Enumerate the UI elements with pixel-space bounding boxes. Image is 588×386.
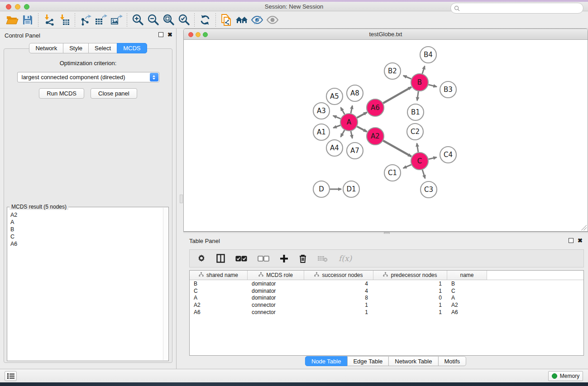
column-header-name[interactable]: name	[447, 271, 487, 280]
list-item[interactable]: A2	[10, 211, 168, 219]
tab-select[interactable]: Select	[88, 43, 117, 53]
node-C4[interactable]: C4	[440, 147, 456, 163]
edge-C-C1[interactable]	[403, 165, 411, 168]
edge-B-B3[interactable]	[428, 85, 436, 87]
node-C[interactable]: C	[411, 152, 428, 170]
list-item[interactable]: A	[10, 219, 168, 226]
memory-button[interactable]: Memory	[548, 371, 583, 381]
column-header-predecessor-nodes[interactable]: predecessor nodes	[373, 271, 447, 280]
resize-grip-icon[interactable]	[581, 225, 587, 230]
zoom-out-icon[interactable]	[145, 13, 161, 27]
node-A4[interactable]: A4	[326, 140, 343, 156]
task-history-button[interactable]	[5, 371, 17, 381]
node-D1[interactable]: D1	[343, 181, 359, 197]
tab-mcds[interactable]: MCDS	[117, 43, 147, 53]
criterion-dropdown[interactable]: largest connected component (directed)	[17, 72, 159, 82]
edge-B-B2[interactable]	[403, 76, 411, 79]
table-row[interactable]: A6connector11A6	[190, 309, 583, 316]
select-all-checkboxes-icon[interactable]	[235, 256, 247, 262]
network-window-titlebar[interactable]: testGlobe.txt	[184, 29, 588, 40]
export-table-icon[interactable]	[93, 13, 109, 27]
export-image-icon[interactable]	[109, 13, 124, 27]
show-all-networks-icon[interactable]	[234, 13, 249, 27]
node-B2[interactable]: B2	[384, 63, 401, 79]
edge-C-C2[interactable]	[417, 143, 418, 152]
edge-A-A5[interactable]	[341, 107, 345, 114]
export-network-icon[interactable]	[78, 13, 93, 27]
search-input[interactable]	[462, 5, 575, 11]
show-column-icon[interactable]	[216, 254, 225, 263]
tab-node-table[interactable]: Node Table	[305, 356, 348, 366]
tab-edge-table[interactable]: Edge Table	[347, 356, 389, 366]
edge-B-B4[interactable]	[422, 66, 425, 74]
edge-A-A1[interactable]	[333, 125, 340, 128]
refresh-icon[interactable]	[197, 13, 213, 27]
node-A[interactable]: A	[340, 114, 358, 131]
float-panel-icon[interactable]	[158, 32, 163, 37]
node-C1[interactable]: C1	[384, 165, 401, 181]
node-B3[interactable]: B3	[440, 81, 456, 98]
network-canvas[interactable]: B4B2BB3A8A5A6A3B1AA1C2A2A4A7C4CC1C3DD1	[184, 40, 588, 231]
node-A1[interactable]: A1	[313, 124, 330, 140]
table-row[interactable]: A2connector11A2	[190, 301, 583, 309]
import-table-icon[interactable]	[57, 13, 72, 27]
open-file-icon[interactable]	[5, 13, 20, 27]
edge-A-A3[interactable]	[333, 116, 341, 119]
list-item[interactable]: B	[10, 226, 168, 233]
edge-B-B1[interactable]	[417, 91, 419, 100]
table-row[interactable]: Adominator80A	[190, 295, 583, 302]
show-selected-eye-icon[interactable]	[265, 13, 280, 27]
node-A5[interactable]: A5	[326, 88, 343, 105]
column-header-mcds-role[interactable]: MCDS role	[248, 271, 304, 280]
close-table-panel-icon[interactable]: ✖	[578, 238, 583, 243]
tab-network[interactable]: Network	[29, 43, 63, 53]
toolbar-search-box[interactable]	[450, 3, 583, 14]
run-mcds-button[interactable]: Run MCDS	[39, 88, 84, 99]
column-header-successor-nodes[interactable]: successor nodes	[304, 271, 373, 280]
edge-A-A7[interactable]	[351, 131, 352, 138]
table-row[interactable]: Cdominator41C	[190, 287, 583, 295]
edge-A-A6[interactable]	[357, 112, 367, 118]
list-item[interactable]: A6	[10, 240, 168, 248]
node-A3[interactable]: A3	[313, 103, 330, 119]
edge-A-A4[interactable]	[341, 130, 345, 137]
edge-C-C4[interactable]	[429, 157, 437, 159]
node-A2[interactable]: A2	[367, 128, 384, 145]
edge-A-A8[interactable]	[351, 105, 352, 113]
node-C3[interactable]: C3	[421, 181, 437, 198]
column-header-shared-name[interactable]: shared name	[190, 271, 248, 280]
list-item[interactable]: C	[10, 233, 168, 240]
import-network-icon[interactable]	[41, 13, 57, 27]
node-B[interactable]: B	[411, 74, 428, 91]
table-row[interactable]: Bdominator41B	[190, 280, 583, 287]
add-column-icon[interactable]	[280, 254, 288, 263]
node-D[interactable]: D	[313, 181, 330, 197]
zoom-selected-icon[interactable]	[176, 13, 191, 27]
close-panel-icon[interactable]: ✖	[167, 32, 172, 37]
edge-C-C3[interactable]	[422, 170, 425, 178]
tab-style[interactable]: Style	[63, 43, 89, 53]
table-options-gear-icon[interactable]	[197, 254, 206, 263]
node-C2[interactable]: C2	[407, 124, 423, 140]
node-A7[interactable]: A7	[347, 143, 363, 159]
zoom-in-icon[interactable]	[130, 13, 145, 27]
tab-network-table[interactable]: Network Table	[388, 356, 438, 366]
node-A6[interactable]: A6	[367, 99, 384, 116]
mcds-result-list[interactable]: A2ABCA6	[7, 207, 168, 248]
scrollbar-track[interactable]	[163, 208, 168, 360]
save-session-icon[interactable]	[20, 13, 35, 27]
node-A8[interactable]: A8	[347, 85, 363, 101]
vertical-splitter-handle[interactable]	[180, 195, 183, 203]
edge-A-A2[interactable]	[357, 126, 367, 132]
edge-A2-C[interactable]	[383, 141, 411, 157]
node-B4[interactable]: B4	[420, 47, 436, 63]
close-panel-button[interactable]: Close panel	[91, 88, 137, 99]
deselect-all-checkboxes-icon[interactable]	[258, 256, 269, 262]
delete-column-icon[interactable]	[299, 254, 307, 263]
hide-selected-eye-icon[interactable]	[249, 13, 265, 27]
zoom-fit-icon[interactable]	[161, 13, 176, 27]
float-table-panel-icon[interactable]	[569, 238, 574, 243]
tab-motifs[interactable]: Motifs	[438, 356, 466, 366]
edge-A6-B[interactable]	[383, 87, 411, 103]
duplicate-network-icon[interactable]	[219, 13, 234, 27]
